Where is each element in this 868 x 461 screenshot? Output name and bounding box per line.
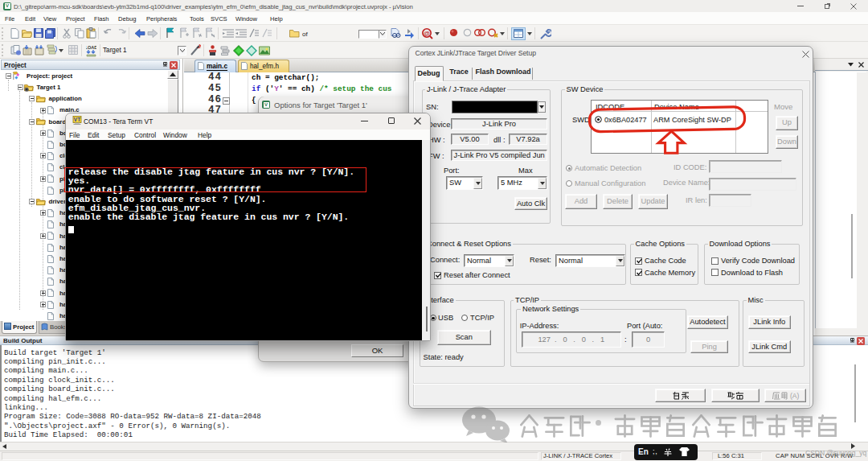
svg-text:@: @	[424, 30, 430, 37]
svg-text:(A): (A)	[790, 392, 800, 400]
svg-text:LOAD: LOAD	[86, 45, 96, 50]
svg-text:VT: VT	[74, 117, 80, 122]
